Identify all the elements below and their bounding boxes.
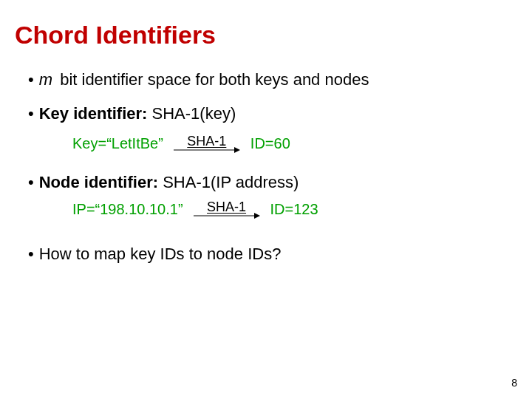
bullet-1-text: m bit identifier space for both keys and… (39, 70, 369, 89)
bullet-dot-icon: • (28, 245, 34, 264)
bullet-2: • Key identifier: SHA-1(key) (28, 104, 517, 123)
slide: Chord Identifiers • m bit identifier spa… (0, 0, 532, 399)
slide-title: Chord Identifiers (15, 21, 517, 50)
example-key-right: ID=60 (250, 135, 290, 152)
bullet-2-bold: Key identifier: (39, 104, 148, 123)
bullet-3: • Node identifier: SHA-1(IP address) (28, 173, 517, 192)
example-ip-left: IP=“198.10.10.1” (72, 201, 183, 218)
svg-marker-3 (254, 213, 260, 219)
bullet-3-rest: SHA-1(IP address) (158, 173, 299, 191)
arrow-right-icon (194, 212, 260, 219)
bullet-1: • m bit identifier space for both keys a… (28, 70, 517, 89)
bullet-1-var: m (39, 70, 52, 89)
bullet-3-text: Node identifier: SHA-1(IP address) (39, 173, 299, 192)
bullet-1-rest: bit identifier space for both keys and n… (55, 70, 369, 89)
arrow-right-icon (174, 146, 240, 154)
arrow-wrap: SHA-1 (174, 134, 240, 154)
example-ip-right: ID=123 (270, 201, 318, 218)
svg-marker-1 (234, 147, 240, 153)
example-ip: IP=“198.10.10.1” SHA-1 ID=123 (72, 200, 517, 219)
bullet-dot-icon: • (28, 173, 34, 192)
page-number: 8 (511, 377, 517, 389)
bullet-2-text: Key identifier: SHA-1(key) (39, 104, 236, 123)
bullet-3-bold: Node identifier: (39, 173, 158, 191)
arrow-wrap: SHA-1 (194, 200, 260, 219)
bullet-dot-icon: • (28, 70, 34, 89)
example-key-left: Key=“LetItBe” (72, 135, 163, 152)
bullet-2-rest: SHA-1(key) (147, 104, 236, 123)
bullet-dot-icon: • (28, 104, 34, 123)
bullet-4-text: How to map key IDs to node IDs? (39, 245, 282, 264)
bullet-4: • How to map key IDs to node IDs? (28, 245, 517, 264)
example-key: Key=“LetItBe” SHA-1 ID=60 (72, 134, 517, 154)
